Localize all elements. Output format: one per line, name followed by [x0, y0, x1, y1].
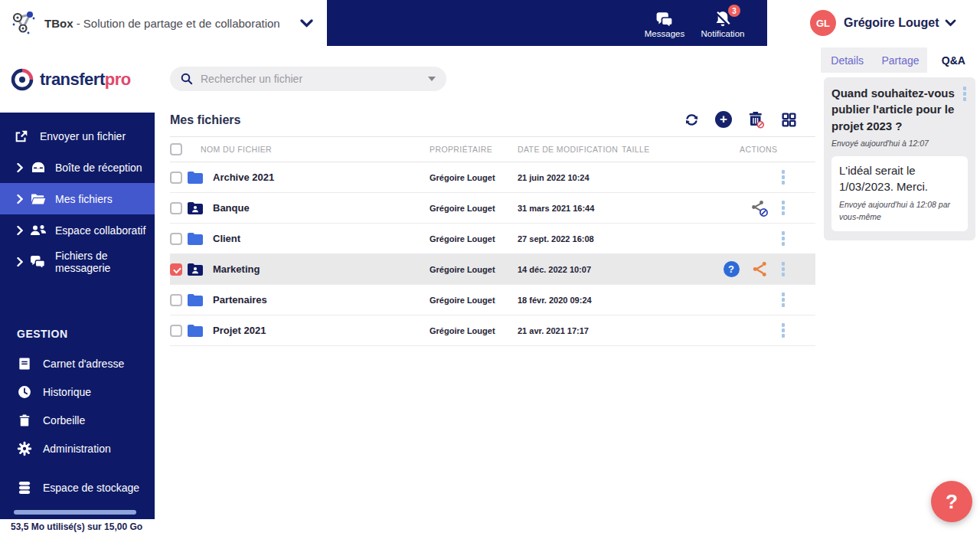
table-row[interactable]: Archive 2021 Grégoire Louget 21 juin 202…: [170, 162, 815, 193]
folder-icon: [187, 232, 204, 246]
question-circle-icon[interactable]: ?: [724, 261, 740, 277]
file-name[interactable]: Projet 2021: [213, 325, 266, 336]
sidebar-item-espace-de-stockage[interactable]: Espace de stockage: [0, 473, 155, 502]
date-cell: 21 avr. 2021 17:17: [518, 326, 622, 335]
row-menu-button[interactable]: [780, 291, 787, 309]
notification-button[interactable]: 3 Notification: [700, 8, 746, 38]
row-menu-button[interactable]: [780, 199, 787, 217]
tab-qa[interactable]: Q&A: [927, 47, 980, 73]
sidebar-item-label: Envoyer un fichier: [40, 130, 126, 142]
chevron-down-icon: [945, 19, 956, 27]
question-meta: Envoyé aujourd'hui à 12:07: [831, 138, 968, 150]
file-name[interactable]: Client: [213, 233, 240, 244]
user-menu[interactable]: GL Grégoire Louget: [767, 0, 980, 46]
chevron-right-icon: [17, 257, 23, 266]
users-icon: [29, 223, 47, 238]
file-name[interactable]: Marketing: [213, 263, 260, 275]
delete-button[interactable]: [746, 110, 765, 129]
sidebar-item-label: Administration: [43, 443, 111, 455]
folder-icon: [187, 293, 204, 307]
messages-button[interactable]: Messages: [642, 8, 688, 38]
trash-icon: [15, 413, 34, 428]
row-checkbox-checked[interactable]: [170, 263, 182, 276]
avatar: GL: [810, 10, 836, 36]
storage-progress-bar: [14, 510, 136, 515]
top-nav: Messages 3 Notification: [327, 0, 767, 46]
row-menu-button[interactable]: [780, 168, 787, 186]
sidebar-item-label: Espace collaboratif: [55, 224, 145, 237]
sidebar-item-envoyer-un-fichier[interactable]: Envoyer un fichier: [0, 120, 155, 152]
date-cell: 21 juin 2022 10:24: [518, 173, 622, 182]
add-button[interactable]: +: [715, 111, 732, 128]
sidebar-item-historique[interactable]: Historique: [0, 377, 155, 406]
search-bar: [170, 67, 446, 91]
column-header: NOM DU FICHIER: [201, 145, 272, 154]
user-name: Grégoire Louget: [844, 16, 939, 30]
sidebar-item-carnet-dadresse[interactable]: Carnet d'adresse: [0, 349, 155, 377]
sidebar-item-administration[interactable]: Administration: [0, 434, 155, 462]
row-checkbox[interactable]: [170, 233, 182, 245]
row-checkbox[interactable]: [170, 172, 182, 184]
sidebar-item-fichiers-de-messagerie[interactable]: Fichiers de messagerie: [0, 246, 155, 277]
sidebar-item-mes-fichiers[interactable]: Mes fichiers: [0, 183, 155, 214]
chevron-down-icon: [300, 19, 313, 28]
row-checkbox[interactable]: [170, 202, 182, 214]
table-header: NOM DU FICHIER PROPRIÉTAIRE DATE DE MODI…: [170, 136, 815, 162]
table-row[interactable]: Banque Grégoire Louget 31 mars 2021 16:4…: [170, 193, 815, 224]
search-input[interactable]: [201, 73, 428, 85]
column-header: ACTIONS: [698, 145, 815, 154]
table-row[interactable]: Partenaires Grégoire Louget 18 févr. 202…: [170, 285, 815, 315]
app-title: TBox - Solution de partage et de collabo…: [44, 17, 280, 30]
workspace-selector[interactable]: TBox - Solution de partage et de collabo…: [0, 0, 327, 46]
brand-name: transfertpro: [40, 70, 131, 90]
help-button[interactable]: ?: [931, 481, 972, 522]
brand-logo[interactable]: transfertpro: [0, 46, 155, 113]
sidebar-item-corbeille[interactable]: Corbeille: [0, 406, 155, 434]
question-menu-button[interactable]: [962, 85, 969, 103]
sidebar-nav: Envoyer un fichier Boîte de réception Me…: [0, 113, 155, 519]
search-icon: [181, 73, 193, 85]
main-content: Mes fichiers + NOM DU FICHIER PROPRIÉTAI…: [155, 46, 821, 536]
question-card: Quand souhaitez-vous publier l'article p…: [824, 77, 975, 240]
row-menu-button[interactable]: [780, 260, 787, 278]
folder-open-icon: [29, 192, 47, 206]
notification-label: Notification: [701, 29, 745, 38]
tab-details[interactable]: Details: [821, 47, 874, 73]
sidebar-item-espace-collaboratif[interactable]: Espace collaboratif: [0, 214, 155, 246]
owner-cell: Grégoire Louget: [430, 296, 518, 305]
sidebar-item-label: Carnet d'adresse: [43, 358, 124, 370]
share-icon[interactable]: [751, 260, 769, 278]
search-filter-caret[interactable]: [428, 77, 436, 81]
owner-cell: Grégoire Louget: [430, 265, 518, 274]
row-checkbox[interactable]: [170, 325, 182, 337]
sidebar-item-label: Boîte de réception: [55, 162, 142, 174]
table-row[interactable]: Client Grégoire Louget 27 sept. 2022 16:…: [170, 224, 815, 254]
reply-text: L'idéal serait le 1/03/2023. Merci.: [839, 162, 960, 196]
row-menu-button[interactable]: [780, 230, 787, 247]
owner-cell: Grégoire Louget: [430, 326, 518, 335]
folder-icon: [187, 324, 204, 338]
tab-partage[interactable]: Partage: [874, 47, 926, 73]
sidebar-item-boite-de-reception[interactable]: Boîte de réception: [0, 152, 155, 183]
file-name[interactable]: Archive 2021: [213, 172, 274, 183]
file-name[interactable]: Banque: [213, 202, 250, 214]
chat-icon: [29, 254, 47, 270]
table-row[interactable]: Projet 2021 Grégoire Louget 21 avr. 2021…: [170, 315, 815, 346]
row-menu-button[interactable]: [780, 322, 787, 339]
column-header: TAILLE: [622, 145, 698, 154]
select-all-checkbox[interactable]: [170, 143, 182, 155]
share-disabled-icon[interactable]: [750, 199, 769, 217]
folder-icon: [187, 171, 204, 185]
messages-label: Messages: [645, 29, 684, 38]
sidebar-item-label: Corbeille: [43, 414, 85, 427]
row-checkbox[interactable]: [170, 294, 182, 306]
refresh-button[interactable]: [682, 110, 701, 129]
sidebar-item-label: Historique: [43, 386, 91, 398]
tbox-logo-icon: [9, 8, 38, 38]
transfertpro-logo-icon: [11, 68, 34, 91]
sidebar-item-label: Fichiers de messagerie: [55, 250, 155, 274]
chevron-right-icon: [17, 163, 23, 172]
file-name[interactable]: Partenaires: [213, 294, 267, 306]
table-row-selected[interactable]: Marketing Grégoire Louget 14 déc. 2022 1…: [170, 254, 815, 285]
grid-view-button[interactable]: [779, 110, 798, 129]
